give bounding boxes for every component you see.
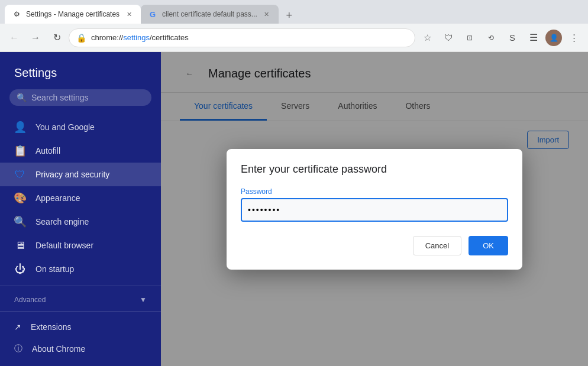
sidebar-label-search-engine: Search engine (35, 217, 89, 226)
dialog-actions: Cancel OK (241, 236, 508, 255)
tab-client-cert-favicon: G (148, 9, 157, 19)
toolbar-actions: ☆ 🛡 ⊡ ⟲ S ☰ 👤 ⋮ (418, 28, 583, 47)
about-chrome-label: About Chrome (32, 344, 85, 354)
url-path-part: /certificates (150, 33, 189, 42)
sidebar-label-you-and-google: You and Google (35, 122, 95, 132)
tab-settings-title: Settings - Manage certificates (26, 10, 119, 18)
sidebar-item-about-chrome[interactable]: ⓘ About Chrome (0, 338, 161, 360)
person-icon: 👤 (14, 121, 26, 133)
sidebar-label-on-startup: On startup (35, 264, 74, 274)
appearance-icon: 🎨 (14, 192, 26, 204)
tab-client-cert-close[interactable]: ✕ (262, 9, 272, 19)
media-icon[interactable]: ⊡ (460, 28, 479, 47)
security-icon: 🔒 (76, 33, 86, 43)
reload-button[interactable]: ↻ (47, 28, 66, 47)
settings-page: Settings 🔍 👤 You and Google 📋 Autofill 🛡… (0, 52, 588, 366)
sidebar-label-default-browser: Default browser (35, 241, 93, 250)
tab-settings-favicon: ⚙ (12, 9, 21, 19)
sidebar-item-on-startup[interactable]: ⏻ On startup (0, 257, 161, 281)
ext-icon2[interactable]: ☰ (524, 28, 543, 47)
sidebar-item-default-browser[interactable]: 🖥 Default browser (0, 234, 161, 257)
browser-icon: 🖥 (14, 239, 26, 251)
back-button[interactable]: ← (5, 28, 24, 47)
ext-icon1[interactable]: S (503, 28, 522, 47)
about-icon: ⓘ (14, 344, 22, 354)
advanced-label: Advanced (14, 296, 46, 304)
sidebar-label-autofill: Autofill (35, 146, 60, 156)
search-box[interactable]: 🔍 (9, 89, 151, 106)
browser-toolbar: ← → ↻ 🔒 chrome://settings/certificates ☆… (0, 24, 588, 52)
sidebar-item-you-and-google[interactable]: 👤 You and Google (0, 115, 161, 139)
dialog-title: Enter your certificate password (241, 163, 508, 176)
extensions-icon: ↗ (14, 322, 21, 332)
sidebar-label-appearance: Appearance (35, 193, 80, 203)
savvy-icon[interactable]: ⟲ (482, 28, 500, 47)
search-icon: 🔍 (17, 93, 27, 102)
sidebar-item-appearance[interactable]: 🎨 Appearance (0, 186, 161, 210)
cancel-button[interactable]: Cancel (413, 236, 461, 255)
url-display: chrome://settings/certificates (91, 33, 408, 42)
shield-icon: 🛡 (14, 169, 26, 180)
sidebar-item-extensions[interactable]: ↗ Extensions (0, 316, 161, 338)
sidebar-divider (0, 286, 161, 286)
tab-client-cert[interactable]: G client certificate default pass... ✕ (141, 5, 279, 24)
tab-settings-close[interactable]: ✕ (124, 9, 134, 19)
dialog-overlay: Enter your certificate password Password… (161, 52, 588, 366)
password-input[interactable] (241, 198, 508, 222)
sidebar-label-privacy: Privacy and security (35, 170, 109, 179)
bookmark-icon[interactable]: ☆ (418, 28, 437, 47)
avatar[interactable]: 👤 (545, 30, 562, 46)
sidebar-title: Settings (0, 61, 161, 89)
sidebar-advanced[interactable]: Advanced ▼ (0, 291, 161, 306)
address-bar[interactable]: 🔒 chrome://settings/certificates (69, 28, 415, 47)
url-settings-part: settings (123, 33, 150, 42)
ok-button[interactable]: OK (469, 236, 508, 255)
autofill-icon: 📋 (14, 145, 26, 157)
tab-client-cert-title: client certificate default pass... (162, 10, 257, 18)
sidebar-item-autofill[interactable]: 📋 Autofill (0, 139, 161, 163)
tab-settings[interactable]: ⚙ Settings - Manage certificates ✕ (5, 5, 141, 24)
password-field-label: Password (241, 187, 508, 196)
sidebar-divider2 (0, 311, 161, 312)
search-engine-icon: 🔍 (14, 216, 26, 228)
sidebar-item-privacy[interactable]: 🛡 Privacy and security (0, 163, 161, 186)
menu-button[interactable]: ⋮ (564, 28, 583, 47)
shield-toolbar-icon[interactable]: 🛡 (439, 28, 458, 47)
forward-button[interactable]: → (26, 28, 45, 47)
search-input[interactable] (31, 93, 144, 102)
title-bar: ⚙ Settings - Manage certificates ✕ G cli… (0, 0, 588, 24)
sidebar: Settings 🔍 👤 You and Google 📋 Autofill 🛡… (0, 52, 161, 366)
extensions-label: Extensions (31, 322, 71, 332)
certificate-password-dialog: Enter your certificate password Password… (227, 149, 522, 270)
url-chrome-part: chrome:// (91, 33, 123, 42)
startup-icon: ⏻ (14, 263, 26, 275)
new-tab-button[interactable]: + (281, 7, 298, 24)
main-content: ← Manage certificates Your certificates … (161, 52, 588, 366)
advanced-chevron-icon: ▼ (140, 296, 147, 304)
sidebar-item-search-engine[interactable]: 🔍 Search engine (0, 210, 161, 234)
